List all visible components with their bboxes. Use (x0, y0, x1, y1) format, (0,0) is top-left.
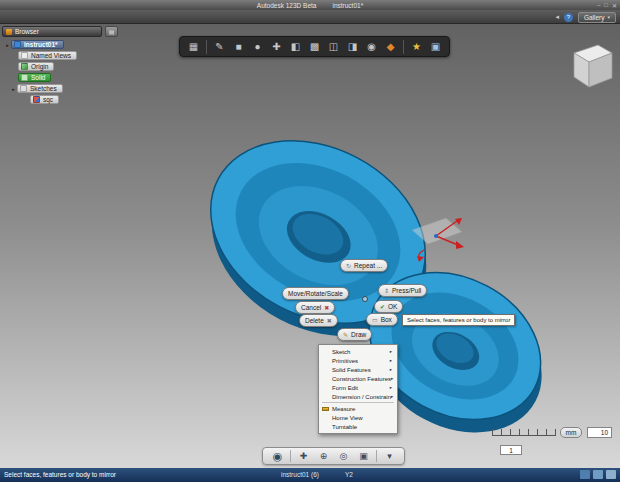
sketches-icon (20, 85, 27, 92)
menu-bar: ◂ ? Gallery ▾ (0, 10, 620, 24)
submenu-item-label: Solid Features (332, 367, 371, 373)
snapshot-icon[interactable]: ▣ (427, 38, 444, 55)
status-bar: Select faces, features or body to mirror… (0, 468, 620, 482)
tree-item-label: sqc (43, 96, 53, 103)
view-cube[interactable] (560, 40, 618, 94)
orbit-icon[interactable]: ◎ (336, 449, 351, 463)
cancel-x-icon: ✖ (324, 304, 329, 311)
primitives-icon[interactable]: ■ (230, 38, 247, 55)
toolbar-separator (290, 450, 291, 462)
submenu-item-dimension-constrain[interactable]: Dimension / Constrain ▸ (319, 392, 397, 401)
gallery-button[interactable]: Gallery ▾ (578, 12, 616, 23)
tree-item-named-views[interactable]: Named Views (18, 51, 77, 60)
solid-icon (21, 74, 28, 81)
status-tray-icon[interactable] (580, 470, 590, 479)
expand-arrow-icon[interactable]: ▸ (4, 42, 11, 48)
combine-icon[interactable]: ◫ (325, 38, 342, 55)
submenu-item-form-edit[interactable]: Form Edit ▸ (319, 383, 397, 392)
pan-icon[interactable]: ✚ (296, 449, 311, 463)
split-icon[interactable]: ◨ (344, 38, 361, 55)
submenu-item-primitives[interactable]: Primitives ▸ (319, 356, 397, 365)
part-cube-icon (14, 41, 21, 48)
ok-button[interactable]: ✔ OK (374, 300, 403, 313)
submenu-arrow-icon: ▸ (391, 376, 393, 381)
navigation-toolbar: ◉ ✚ ⊕ ◎ ▣ ▾ (262, 447, 405, 465)
look-at-icon[interactable]: ▣ (356, 449, 371, 463)
tree-item-sketches[interactable]: Sketches (17, 84, 63, 93)
status-coordinate-label: Y2 (345, 471, 353, 478)
display-settings-icon[interactable]: ▾ (382, 449, 397, 463)
status-tray (580, 470, 616, 479)
draw-submenu: Sketch ▸ Primitives ▸ Solid Features ▸ C… (318, 344, 398, 434)
delete-label: Delete (305, 317, 324, 324)
document-title: instruct01* (332, 2, 363, 9)
tree-item-solid[interactable]: Solid (18, 73, 51, 82)
browser-options-button[interactable]: ▤ (105, 26, 118, 37)
paint-icon[interactable]: ◆ (382, 38, 399, 55)
origin-icon (21, 63, 28, 70)
material-icon[interactable]: ◉ (363, 38, 380, 55)
tree-row: sqc (30, 94, 142, 105)
main-menu-icon[interactable]: ▦ (185, 38, 202, 55)
maximize-button[interactable]: □ (604, 2, 608, 8)
repeat-button[interactable]: ↻ Repeat ... (340, 259, 388, 272)
help-icon[interactable]: ? (564, 13, 573, 22)
tree-item-label: Origin (31, 63, 48, 70)
mirror-icon[interactable]: ◧ (287, 38, 304, 55)
viewport-3d[interactable]: Browser ▤ ▸ instruct01* Named Views (0, 24, 620, 468)
zoom-icon[interactable]: ⊕ (316, 449, 331, 463)
press-pull-button[interactable]: ⇕ Press/Pull (378, 284, 427, 297)
navigation-wheel-icon[interactable]: ◉ (270, 449, 285, 463)
minor-scale-field[interactable]: 1 (500, 445, 522, 455)
submenu-item-label: Turntable (332, 424, 357, 430)
tree-item-origin[interactable]: Origin (18, 62, 54, 71)
minimize-button[interactable]: – (597, 2, 600, 8)
sketch-icon[interactable]: ✎ (211, 38, 228, 55)
modify-icon[interactable]: ✚ (268, 38, 285, 55)
submenu-arrow-icon: ▸ (390, 385, 392, 390)
ok-check-icon: ✔ (380, 303, 385, 310)
tree-row: Origin (18, 61, 142, 72)
submenu-item-solid-features[interactable]: Solid Features ▸ (319, 365, 397, 374)
effects-icon[interactable]: ★ (408, 38, 425, 55)
pattern-icon[interactable]: ▩ (306, 38, 323, 55)
box-label: Box (381, 316, 392, 323)
submenu-arrow-icon: ▸ (390, 358, 392, 363)
tooltip-text: Select faces, features or body to mirror (407, 317, 510, 323)
grid-scale-field[interactable]: 10 (587, 427, 612, 438)
move-rotate-scale-label: Move/Rotate/Scale (288, 290, 343, 297)
tree-item-root[interactable]: instruct01* (11, 40, 64, 49)
submenu-item-home-view[interactable]: Home View (319, 413, 397, 422)
app-window: Autodesk 123D Beta instruct01* – □ ✕ ◂ ?… (0, 0, 620, 482)
status-tray-icon[interactable] (593, 470, 603, 479)
toolbar-separator (403, 40, 404, 54)
repeat-label: Repeat ... (354, 262, 382, 269)
measure-icon (322, 407, 329, 412)
submenu-item-measure[interactable]: Measure (319, 404, 397, 413)
submenu-item-label: Sketch (332, 349, 350, 355)
delete-button[interactable]: Delete ✖ (299, 314, 338, 327)
named-views-icon (21, 52, 28, 59)
submenu-item-sketch[interactable]: Sketch ▸ (319, 347, 397, 356)
ok-label: OK (388, 303, 397, 310)
submenu-item-turntable[interactable]: Turntable (319, 422, 397, 431)
expand-arrow-icon[interactable]: ▸ (10, 86, 17, 92)
status-tray-icon[interactable] (606, 470, 616, 479)
box-button[interactable]: ▭ Box (366, 313, 398, 326)
draw-button[interactable]: ✎ Draw (337, 328, 372, 341)
close-button[interactable]: ✕ (612, 2, 617, 9)
move-rotate-scale-button[interactable]: Move/Rotate/Scale (282, 287, 349, 300)
submenu-separator (322, 402, 394, 403)
sketch-item-icon (33, 96, 40, 103)
submenu-item-label: Measure (332, 406, 355, 412)
units-button[interactable]: mm (560, 427, 582, 438)
tree-item-sqc[interactable]: sqc (30, 95, 59, 104)
create-icon[interactable]: ● (249, 38, 266, 55)
submenu-item-construction-features[interactable]: Construction Features ▸ (319, 374, 397, 383)
back-icon[interactable]: ◂ (555, 13, 559, 21)
tree-item-label: Sketches (30, 85, 57, 92)
delete-icon: ✖ (327, 317, 332, 324)
cancel-button[interactable]: Cancel ✖ (295, 301, 335, 314)
browser-title: Browser (15, 28, 39, 35)
tooltip: Select faces, features or body to mirror (402, 314, 515, 326)
